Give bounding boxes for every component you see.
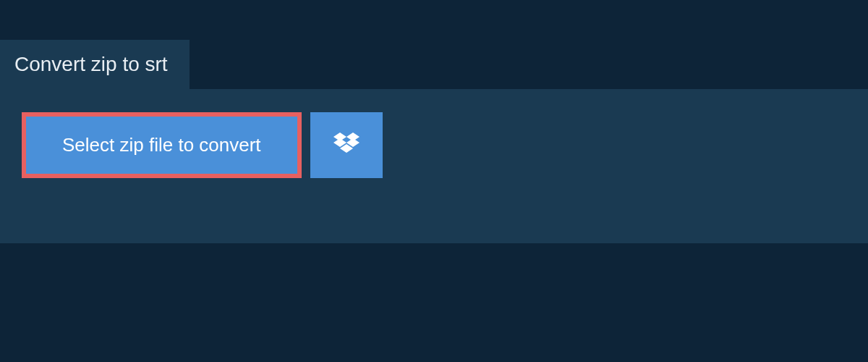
dropbox-icon <box>333 132 359 158</box>
tab-header: Convert zip to srt <box>0 40 190 89</box>
dropbox-button[interactable] <box>310 112 383 178</box>
content-panel: Select zip file to convert <box>0 89 868 243</box>
button-row: Select zip file to convert <box>22 112 846 178</box>
select-file-label: Select zip file to convert <box>62 134 261 156</box>
select-file-button[interactable]: Select zip file to convert <box>22 112 302 178</box>
page-title: Convert zip to srt <box>14 53 168 75</box>
